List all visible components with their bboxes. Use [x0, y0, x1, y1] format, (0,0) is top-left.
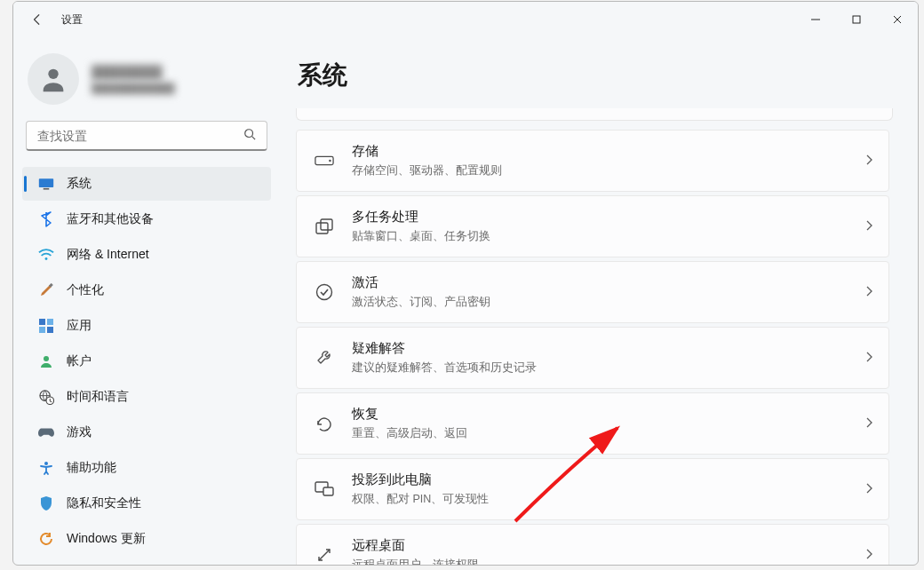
- svg-rect-14: [47, 327, 53, 333]
- card-troubleshoot[interactable]: 疑难解答 建议的疑难解答、首选项和历史记录: [296, 327, 889, 389]
- minimize-button[interactable]: [795, 5, 836, 34]
- svg-line-6: [252, 137, 256, 140]
- wifi-icon: [38, 247, 54, 263]
- svg-rect-21: [316, 223, 328, 234]
- brush-icon: [38, 282, 54, 298]
- sidebar-item-accessibility[interactable]: 辅助功能: [22, 451, 271, 485]
- chevron-right-icon: [865, 482, 872, 496]
- sidebar-item-bluetooth[interactable]: 蓝牙和其他设备: [22, 202, 271, 236]
- card-sub: 远程桌面用户、连接权限: [352, 558, 865, 565]
- sidebar-item-personalization[interactable]: 个性化: [22, 273, 271, 307]
- apps-icon: [38, 318, 54, 334]
- card-remote-desktop[interactable]: 远程桌面 远程桌面用户、连接权限: [296, 524, 889, 565]
- troubleshoot-icon: [313, 346, 336, 369]
- card-title: 远程桌面: [352, 537, 865, 554]
- settings-window: 设置 ████████ ████████████: [12, 1, 919, 566]
- main-content: 系统 存储 存储空间、驱动器、配置规则: [280, 37, 918, 565]
- gaming-icon: [38, 424, 54, 440]
- recovery-icon: [313, 412, 336, 435]
- maximize-button[interactable]: [836, 5, 877, 34]
- profile-block[interactable]: ████████ ████████████: [22, 50, 271, 121]
- sidebar-item-label: 蓝牙和其他设备: [67, 211, 154, 227]
- card-project[interactable]: 投影到此电脑 权限、配对 PIN、可发现性: [296, 458, 889, 520]
- card-text: 远程桌面 远程桌面用户、连接权限: [352, 537, 865, 565]
- remote-icon: [313, 543, 336, 565]
- card-sub: 激活状态、订阅、产品密钥: [352, 295, 865, 310]
- card-text: 激活 激活状态、订阅、产品密钥: [352, 274, 865, 310]
- close-button[interactable]: [877, 5, 918, 34]
- sidebar-item-label: 网络 & Internet: [67, 247, 149, 263]
- search-icon[interactable]: [238, 128, 261, 143]
- window-controls: [795, 5, 918, 34]
- account-icon: [38, 353, 54, 369]
- card-title: 恢复: [352, 406, 865, 423]
- settings-cards[interactable]: 存储 存储空间、驱动器、配置规则 多任务处理 贴靠窗口、桌面、任务切换: [296, 130, 893, 565]
- titlebar: 设置: [13, 2, 918, 37]
- profile-name: ████████: [92, 65, 175, 79]
- card-title: 疑难解答: [352, 340, 865, 357]
- sidebar-item-label: Windows 更新: [67, 531, 146, 547]
- card-title: 投影到此电脑: [352, 471, 865, 488]
- svg-point-9: [45, 257, 48, 260]
- sidebar-item-accounts[interactable]: 帐户: [22, 344, 271, 378]
- profile-sub: ████████████: [92, 83, 175, 93]
- card-partial-top: [296, 108, 893, 121]
- sidebar-item-network[interactable]: 网络 & Internet: [22, 238, 271, 272]
- card-sub: 贴靠窗口、桌面、任务切换: [352, 229, 865, 244]
- sidebar-item-label: 应用: [67, 318, 92, 334]
- sidebar-item-system[interactable]: 系统: [22, 167, 271, 201]
- svg-rect-1: [853, 16, 860, 23]
- svg-point-20: [329, 160, 331, 162]
- card-storage[interactable]: 存储 存储空间、驱动器、配置规则: [296, 130, 889, 192]
- card-text: 多任务处理 贴靠窗口、桌面、任务切换: [352, 209, 865, 244]
- chevron-right-icon: [865, 351, 872, 365]
- monitor-icon: [38, 176, 54, 192]
- svg-rect-13: [39, 327, 45, 333]
- sidebar-item-time-language[interactable]: 时间和语言: [22, 380, 271, 414]
- back-button[interactable]: [22, 4, 52, 35]
- card-text: 恢复 重置、高级启动、返回: [352, 406, 865, 441]
- card-sub: 存储空间、驱动器、配置规则: [352, 163, 865, 178]
- search-input[interactable]: [37, 129, 238, 143]
- window-body: ████████ ████████████ 系统: [13, 37, 918, 565]
- svg-rect-8: [44, 188, 50, 190]
- sidebar-item-gaming[interactable]: 游戏: [22, 416, 271, 449]
- card-sub: 权限、配对 PIN、可发现性: [352, 492, 865, 507]
- window-title: 设置: [61, 12, 83, 28]
- card-activation[interactable]: 激活 激活状态、订阅、产品密钥: [296, 261, 889, 323]
- sidebar-item-label: 个性化: [67, 282, 104, 298]
- card-text: 存储 存储空间、驱动器、配置规则: [352, 143, 865, 178]
- search-box[interactable]: [26, 121, 267, 151]
- activate-icon: [313, 281, 336, 304]
- sidebar: ████████ ████████████ 系统: [13, 37, 280, 565]
- svg-rect-22: [321, 219, 332, 230]
- sidebar-item-apps[interactable]: 应用: [22, 309, 271, 343]
- shield-icon: [38, 495, 54, 511]
- card-sub: 建议的疑难解答、首选项和历史记录: [352, 360, 865, 376]
- sidebar-item-label: 辅助功能: [67, 460, 116, 476]
- sidebar-item-label: 帐户: [67, 353, 92, 369]
- nav-list: 系统 蓝牙和其他设备 网络 & Internet: [22, 167, 271, 556]
- svg-point-15: [44, 356, 49, 361]
- bluetooth-icon: [38, 211, 54, 227]
- svg-rect-11: [39, 319, 45, 325]
- svg-rect-25: [323, 487, 333, 495]
- chevron-right-icon: [865, 219, 872, 234]
- svg-point-23: [317, 285, 332, 300]
- sidebar-item-label: 系统: [67, 176, 92, 192]
- chevron-right-icon: [865, 154, 872, 168]
- card-sub: 重置、高级启动、返回: [352, 426, 865, 441]
- card-multitasking[interactable]: 多任务处理 贴靠窗口、桌面、任务切换: [296, 195, 889, 257]
- sidebar-item-privacy[interactable]: 隐私和安全性: [22, 487, 271, 520]
- card-text: 投影到此电脑 权限、配对 PIN、可发现性: [352, 471, 865, 507]
- sidebar-item-update[interactable]: Windows 更新: [22, 522, 271, 556]
- svg-point-5: [245, 130, 253, 138]
- svg-point-18: [44, 462, 48, 465]
- card-recovery[interactable]: 恢复 重置、高级启动、返回: [296, 392, 889, 455]
- storage-icon: [313, 149, 336, 172]
- card-title: 多任务处理: [352, 209, 865, 226]
- chevron-right-icon: [865, 548, 872, 562]
- multitask-icon: [313, 215, 336, 238]
- globe-clock-icon: [38, 389, 54, 405]
- sidebar-item-label: 时间和语言: [67, 389, 129, 405]
